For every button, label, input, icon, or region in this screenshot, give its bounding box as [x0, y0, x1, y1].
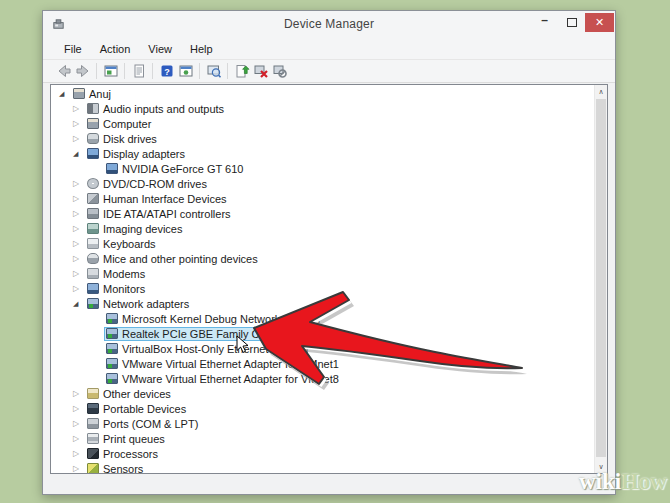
- disable-device-icon[interactable]: [270, 62, 289, 80]
- tree-item-imaging-devices[interactable]: ▷Imaging devices: [51, 221, 594, 236]
- tree-item-print-queues[interactable]: ▷Print queues: [51, 431, 594, 446]
- tree-item-content[interactable]: Audio inputs and outputs: [85, 102, 228, 116]
- update-driver-icon[interactable]: [232, 62, 251, 80]
- menu-file[interactable]: File: [55, 39, 91, 59]
- expander-collapsed-icon[interactable]: ▷: [73, 419, 85, 428]
- tree-item-ide-ata-atapi-controllers[interactable]: ▷IDE ATA/ATAPI controllers: [51, 206, 594, 221]
- tree-item-content[interactable]: Microsoft Kernel Debug Network Adapter: [104, 312, 325, 326]
- back-icon[interactable]: [54, 62, 73, 80]
- scroll-up-icon[interactable]: ∧: [595, 85, 607, 98]
- tree-item-content[interactable]: Ports (COM & LPT): [85, 417, 202, 431]
- tree-item-vmware-virtual-ethernet-adapter-for-vmnet1[interactable]: VMware Virtual Ethernet Adapter for VMne…: [51, 356, 594, 371]
- imaging-device-icon: [87, 223, 99, 234]
- tree-item-content[interactable]: Display adapters: [85, 147, 189, 161]
- expander-collapsed-icon[interactable]: ▷: [73, 389, 85, 398]
- tree-item-monitors[interactable]: ▷Monitors: [51, 281, 594, 296]
- dvd-drive-icon: [87, 178, 99, 189]
- forward-icon[interactable]: [73, 62, 92, 80]
- tree-item-virtualbox-host-only-ethernet-adapter[interactable]: VirtualBox Host-Only Ethernet Adapter: [51, 341, 594, 356]
- tree-item-label: Realtek PCIe GBE Family Controller: [122, 328, 299, 340]
- menu-view[interactable]: View: [139, 39, 181, 59]
- expander-collapsed-icon[interactable]: ▷: [73, 404, 85, 413]
- expander-collapsed-icon[interactable]: ▷: [73, 434, 85, 443]
- tree-item-realtek-pcie-gbe-family-controller[interactable]: Realtek PCIe GBE Family Controller: [51, 326, 594, 341]
- tree-item-content[interactable]: Monitors: [85, 282, 149, 296]
- tree-item-content[interactable]: Sensors: [85, 462, 147, 475]
- tree-item-content[interactable]: Mice and other pointing devices: [85, 252, 262, 266]
- tree-item-content[interactable]: DVD/CD-ROM drives: [85, 177, 211, 191]
- tree-item-computer[interactable]: ▷Computer: [51, 116, 594, 131]
- tree-item-content[interactable]: VMware Virtual Ethernet Adapter for VMne…: [104, 357, 343, 371]
- console-window-icon[interactable]: [101, 62, 120, 80]
- tree-item-anuj[interactable]: ◢Anuj: [51, 86, 594, 101]
- tree-item-processors[interactable]: ▷Processors: [51, 446, 594, 461]
- tree-item-content[interactable]: Portable Devices: [85, 402, 190, 416]
- tree-item-network-adapters[interactable]: ◢Network adapters: [51, 296, 594, 311]
- expander-collapsed-icon[interactable]: ▷: [73, 209, 85, 218]
- close-button[interactable]: ✕: [585, 13, 614, 32]
- minimize-button[interactable]: –: [531, 13, 558, 32]
- expander-collapsed-icon[interactable]: ▷: [73, 239, 85, 248]
- tree-item-content[interactable]: Modems: [85, 267, 149, 281]
- tree-item-sensors[interactable]: ▷Sensors: [51, 461, 594, 474]
- tree-item-content[interactable]: Print queues: [85, 432, 169, 446]
- expander-collapsed-icon[interactable]: ▷: [73, 194, 85, 203]
- expander-expanded-icon[interactable]: ◢: [73, 150, 85, 158]
- expander-collapsed-icon[interactable]: ▷: [73, 464, 85, 473]
- expander-collapsed-icon[interactable]: ▷: [73, 179, 85, 188]
- tree-item-content[interactable]: IDE ATA/ATAPI controllers: [85, 207, 235, 221]
- tree-item-content[interactable]: NVIDIA GeForce GT 610: [104, 162, 247, 176]
- tree-item-other-devices[interactable]: ▷Other devices: [51, 386, 594, 401]
- tree-item-content[interactable]: Processors: [85, 447, 162, 461]
- tree-item-portable-devices[interactable]: ▷Portable Devices: [51, 401, 594, 416]
- tree-item-audio-inputs-and-outputs[interactable]: ▷Audio inputs and outputs: [51, 101, 594, 116]
- menu-help[interactable]: Help: [181, 39, 222, 59]
- title-bar[interactable]: Device Manager – ✕: [43, 11, 615, 39]
- network-adapter-icon: [106, 328, 118, 339]
- tree-item-content[interactable]: VMware Virtual Ethernet Adapter for VMne…: [104, 372, 343, 386]
- menu-action[interactable]: Action: [91, 39, 140, 59]
- expander-collapsed-icon[interactable]: ▷: [73, 224, 85, 233]
- tree-item-dvd-cd-rom-drives[interactable]: ▷DVD/CD-ROM drives: [51, 176, 594, 191]
- tree-item-vmware-virtual-ethernet-adapter-for-vmnet8[interactable]: VMware Virtual Ethernet Adapter for VMne…: [51, 371, 594, 386]
- tree-item-content[interactable]: Imaging devices: [85, 222, 187, 236]
- help-icon[interactable]: ?: [157, 62, 176, 80]
- tree-item-content[interactable]: Other devices: [85, 387, 175, 401]
- tree-item-content[interactable]: Keyboards: [85, 237, 160, 251]
- tree-item-nvidia-geforce-gt-610[interactable]: NVIDIA GeForce GT 610: [51, 161, 594, 176]
- expander-collapsed-icon[interactable]: ▷: [73, 284, 85, 293]
- tree-item-display-adapters[interactable]: ◢Display adapters: [51, 146, 594, 161]
- tree-item-microsoft-kernel-debug-network-adapter[interactable]: Microsoft Kernel Debug Network Adapter: [51, 311, 594, 326]
- expander-expanded-icon[interactable]: ◢: [59, 90, 71, 98]
- scrollbar-thumb[interactable]: [596, 99, 606, 457]
- tree-item-ports-com-lpt[interactable]: ▷Ports (COM & LPT): [51, 416, 594, 431]
- toolbar: ?: [43, 60, 615, 83]
- tree-item-keyboards[interactable]: ▷Keyboards: [51, 236, 594, 251]
- tree-item-modems[interactable]: ▷Modems: [51, 266, 594, 281]
- expander-collapsed-icon[interactable]: ▷: [73, 254, 85, 263]
- tree-item-selection[interactable]: Realtek PCIe GBE Family Controller: [104, 327, 303, 341]
- tree-item-content[interactable]: Human Interface Devices: [85, 192, 231, 206]
- expander-collapsed-icon[interactable]: ▷: [73, 119, 85, 128]
- show-window-icon[interactable]: [176, 62, 195, 80]
- tree-item-content[interactable]: Computer: [85, 117, 155, 131]
- expander-collapsed-icon[interactable]: ▷: [73, 134, 85, 143]
- tree-item-label: Print queues: [103, 433, 165, 445]
- expander-expanded-icon[interactable]: ◢: [73, 300, 85, 308]
- uninstall-device-icon[interactable]: [251, 62, 270, 80]
- tree-item-content[interactable]: VirtualBox Host-Only Ethernet Adapter: [104, 342, 314, 356]
- tree-item-content[interactable]: Disk drives: [85, 132, 161, 146]
- tree-item-content[interactable]: Network adapters: [85, 297, 193, 311]
- properties-icon[interactable]: [129, 62, 148, 80]
- watermark-how-text: How: [621, 469, 667, 494]
- scan-hardware-changes-icon[interactable]: [204, 62, 223, 80]
- tree-item-mice-and-other-pointing-devices[interactable]: ▷Mice and other pointing devices: [51, 251, 594, 266]
- expander-collapsed-icon[interactable]: ▷: [73, 449, 85, 458]
- tree-item-content[interactable]: Anuj: [71, 87, 115, 101]
- maximize-button[interactable]: [558, 13, 585, 32]
- expander-collapsed-icon[interactable]: ▷: [73, 104, 85, 113]
- expander-collapsed-icon[interactable]: ▷: [73, 269, 85, 278]
- vertical-scrollbar[interactable]: ∧ ∨: [594, 85, 607, 473]
- tree-item-human-interface-devices[interactable]: ▷Human Interface Devices: [51, 191, 594, 206]
- tree-item-disk-drives[interactable]: ▷Disk drives: [51, 131, 594, 146]
